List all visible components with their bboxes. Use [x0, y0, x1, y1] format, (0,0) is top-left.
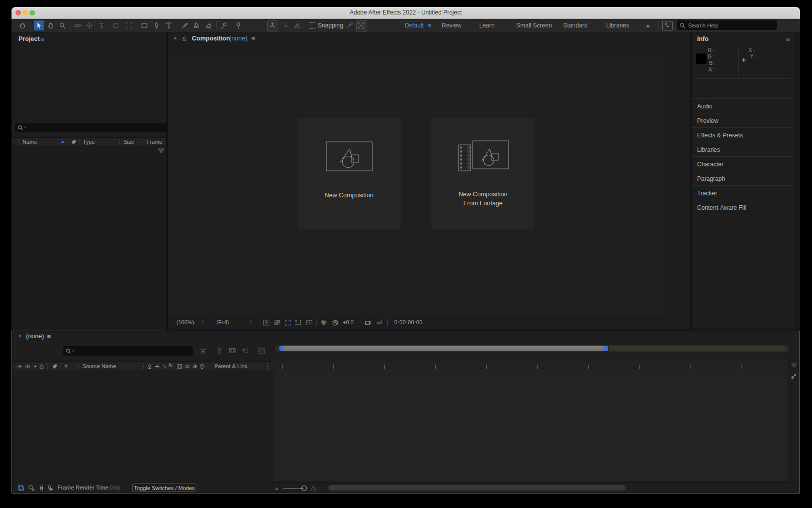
workspace-manager-icon[interactable]: [662, 21, 673, 30]
local-axis-mode-button[interactable]: [267, 20, 278, 31]
time-navigator-track[interactable]: [275, 345, 789, 352]
sort-ascending-icon[interactable]: ▲: [60, 139, 65, 144]
motion-blur-switch-icon[interactable]: [184, 363, 190, 369]
time-navigator-bar[interactable]: [283, 346, 604, 351]
view-axis-mode-icon[interactable]: [293, 21, 301, 29]
transparency-grid-icon[interactable]: [273, 319, 281, 327]
audio-speaker-icon[interactable]: [24, 363, 31, 369]
rectangle-tool-icon[interactable]: [140, 21, 148, 29]
dolly-camera-tool-icon[interactable]: [97, 21, 105, 29]
brush-tool-icon[interactable]: [180, 21, 188, 29]
collapse-transformations-icon[interactable]: [154, 363, 160, 369]
roto-brush-tool-icon[interactable]: [220, 21, 228, 29]
render-queue-icon[interactable]: [27, 484, 35, 492]
sidebar-item-effects-presets[interactable]: Effects & Presets: [692, 127, 794, 142]
label-color-column-icon[interactable]: [51, 363, 58, 369]
home-icon[interactable]: [18, 21, 26, 29]
motion-blur-icon[interactable]: [241, 347, 249, 355]
video-eye-icon[interactable]: [16, 363, 23, 369]
zoom-in-mountain-icon[interactable]: [310, 486, 316, 491]
resolution-chevron-icon[interactable]: ˅: [249, 319, 252, 324]
workspace-tab-libraries[interactable]: Libraries: [606, 22, 629, 29]
timeline-close-tab-icon[interactable]: ×: [18, 333, 21, 340]
info-panel-menu-icon[interactable]: ≡: [786, 35, 790, 43]
timeline-panel-menu-icon[interactable]: ≡: [47, 333, 51, 340]
workspace-tab-small-screen[interactable]: Small Screen: [516, 22, 552, 29]
adjustment-layer-icon[interactable]: [191, 363, 198, 369]
mask-visibility-icon[interactable]: [294, 319, 302, 327]
graph-editor-icon[interactable]: [258, 347, 266, 355]
new-composition-card[interactable]: New Composition: [297, 118, 401, 229]
composition-tab-label[interactable]: Composition: [192, 35, 230, 42]
column-source-name[interactable]: Source Name: [82, 363, 116, 369]
exposure-value[interactable]: +0.0: [343, 319, 354, 325]
workspace-tab-default[interactable]: Default: [405, 22, 424, 29]
sidebar-scrollbar-gutter[interactable]: [794, 32, 800, 329]
column-type[interactable]: Type: [83, 139, 95, 145]
toggle-switches-modes-button[interactable]: Toggle Switches / Modes: [132, 484, 196, 492]
clone-stamp-tool-icon[interactable]: [192, 21, 200, 29]
resolution-value[interactable]: (Full): [216, 319, 229, 325]
timeline-horizontal-scrollbar[interactable]: [328, 485, 626, 491]
timeline-scrollbar-gutter[interactable]: [789, 359, 800, 481]
rotation-tool-icon[interactable]: [112, 21, 120, 29]
effects-fx-icon[interactable]: fx: [168, 362, 173, 368]
solo-icon[interactable]: [32, 363, 38, 369]
transfer-controls-icon[interactable]: [46, 484, 54, 492]
draft-3d-icon[interactable]: [215, 347, 223, 355]
composition-panel-menu-icon[interactable]: ≡: [251, 35, 255, 42]
sidebar-item-content-aware-fill[interactable]: Content-Aware Fill: [692, 200, 794, 215]
magnification-chevron-icon[interactable]: ˅: [201, 319, 204, 324]
pen-tool-icon[interactable]: [152, 21, 160, 29]
mask-feather-visibility-button[interactable]: [356, 20, 367, 31]
show-snapshot-icon[interactable]: [375, 319, 383, 327]
eraser-tool-icon[interactable]: [204, 21, 212, 29]
project-panel-title[interactable]: Project: [18, 35, 39, 42]
time-navigator-start-handle[interactable]: [279, 346, 283, 351]
selection-tool[interactable]: [34, 20, 44, 30]
close-tab-icon[interactable]: ×: [173, 35, 177, 42]
project-item-list[interactable]: [11, 145, 166, 342]
help-search-box[interactable]: [677, 20, 777, 30]
timeline-zoom-slider-track[interactable]: [283, 488, 304, 489]
project-search-input[interactable]: [26, 124, 165, 131]
column-size[interactable]: Size: [123, 139, 134, 145]
project-search-box[interactable]: ˅: [15, 123, 167, 132]
region-of-interest-icon[interactable]: [284, 319, 292, 327]
new-composition-from-footage-card[interactable]: New Composition From Footage: [431, 118, 535, 229]
timecode-display[interactable]: 0:00:00:00: [394, 319, 423, 325]
time-ruler[interactable]: [273, 359, 789, 371]
sidebar-item-tracker[interactable]: Tracker: [692, 185, 794, 200]
column-name[interactable]: Name: [22, 139, 37, 145]
flowchart-view-icon[interactable]: [158, 147, 164, 153]
timeline-tab-label[interactable]: (none): [26, 333, 44, 340]
info-panel-title[interactable]: Info: [697, 35, 709, 42]
camera-roi-tool-icon[interactable]: [125, 21, 133, 29]
time-navigator-end-handle[interactable]: [604, 346, 608, 351]
hand-tool-icon[interactable]: [46, 21, 54, 29]
composition-mini-flowchart-icon[interactable]: [199, 347, 207, 355]
puppet-pin-tool-icon[interactable]: [234, 21, 242, 29]
comp-marker-bin-icon[interactable]: [790, 372, 798, 380]
world-axis-mode-icon[interactable]: [282, 21, 290, 29]
sidebar-item-character[interactable]: Character: [692, 156, 794, 171]
project-panel-menu-icon[interactable]: ≡: [40, 35, 44, 43]
workspace-overflow-icon[interactable]: »: [646, 22, 650, 29]
frame-blending-icon[interactable]: [228, 347, 236, 355]
channel-color-icon[interactable]: [320, 319, 328, 327]
3d-layer-cube-icon[interactable]: [199, 363, 205, 369]
track-area[interactable]: [273, 370, 789, 481]
workspace-default-menu-icon[interactable]: ≡: [428, 22, 432, 29]
timeline-search-box[interactable]: ˅: [63, 346, 193, 356]
label-color-column-icon[interactable]: [70, 138, 77, 145]
column-parent-link[interactable]: Parent & Link: [214, 363, 247, 369]
workspace-tab-review[interactable]: Review: [442, 22, 461, 29]
zoom-tool-icon[interactable]: [58, 21, 66, 29]
timeline-search-input[interactable]: [74, 348, 190, 355]
zoom-out-mountain-icon[interactable]: [274, 487, 279, 491]
sidebar-item-audio[interactable]: Audio: [692, 98, 794, 113]
fast-preview-icon[interactable]: [262, 319, 270, 327]
unlock-icon[interactable]: [181, 35, 187, 41]
timeline-zoom-slider-handle[interactable]: [301, 486, 307, 491]
expand-layers-icon[interactable]: [17, 484, 25, 492]
